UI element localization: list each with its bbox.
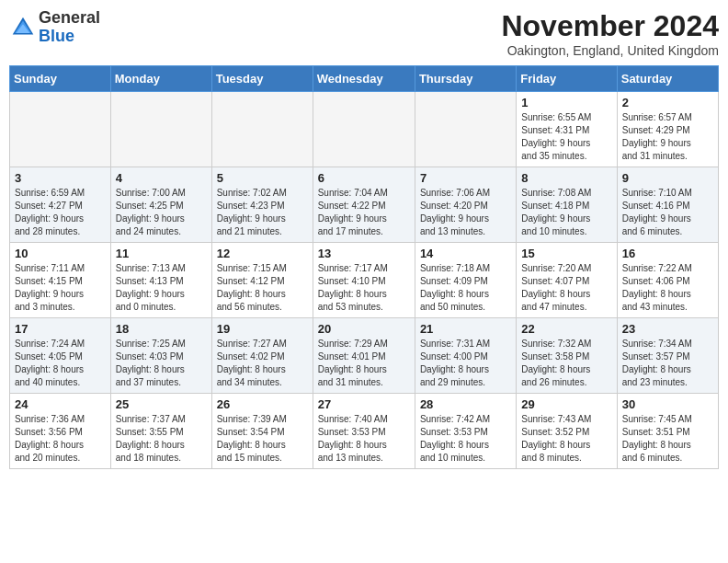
day-info: Sunrise: 7:43 AM Sunset: 3:52 PM Dayligh…: [521, 413, 611, 465]
calendar-week-row: 1Sunrise: 6:55 AM Sunset: 4:31 PM Daylig…: [10, 92, 719, 167]
day-info: Sunrise: 6:57 AM Sunset: 4:29 PM Dayligh…: [622, 111, 713, 163]
day-number: 4: [116, 171, 207, 185]
day-info: Sunrise: 7:32 AM Sunset: 3:58 PM Dayligh…: [521, 338, 611, 389]
calendar: SundayMondayTuesdayWednesdayThursdayFrid…: [9, 65, 719, 469]
day-number: 14: [420, 247, 511, 260]
calendar-cell: [211, 92, 313, 167]
day-number: 6: [318, 171, 410, 185]
calendar-cell: 16Sunrise: 7:22 AM Sunset: 4:06 PM Dayli…: [617, 243, 718, 318]
day-number: 16: [622, 247, 713, 260]
day-number: 29: [521, 397, 611, 411]
day-info: Sunrise: 7:02 AM Sunset: 4:23 PM Dayligh…: [217, 187, 308, 238]
calendar-cell: 29Sunrise: 7:43 AM Sunset: 3:52 PM Dayli…: [517, 394, 617, 469]
day-info: Sunrise: 7:11 AM Sunset: 4:15 PM Dayligh…: [15, 262, 106, 314]
day-number: 11: [116, 247, 207, 260]
day-info: Sunrise: 7:31 AM Sunset: 4:00 PM Dayligh…: [420, 338, 511, 389]
day-number: 5: [217, 171, 308, 185]
day-number: 1: [521, 96, 611, 109]
calendar-header-monday: Monday: [110, 66, 211, 92]
calendar-cell: 1Sunrise: 6:55 AM Sunset: 4:31 PM Daylig…: [517, 92, 617, 167]
day-info: Sunrise: 7:08 AM Sunset: 4:18 PM Dayligh…: [521, 187, 611, 238]
day-info: Sunrise: 7:34 AM Sunset: 3:57 PM Dayligh…: [622, 338, 713, 389]
calendar-cell: [10, 92, 111, 167]
calendar-cell: [313, 92, 415, 167]
day-info: Sunrise: 6:59 AM Sunset: 4:27 PM Dayligh…: [15, 187, 106, 238]
day-info: Sunrise: 7:06 AM Sunset: 4:20 PM Dayligh…: [420, 187, 511, 238]
logo-text: General Blue: [39, 9, 100, 46]
day-info: Sunrise: 7:13 AM Sunset: 4:13 PM Dayligh…: [116, 262, 207, 314]
day-number: 9: [622, 171, 713, 185]
day-number: 30: [622, 397, 713, 411]
calendar-cell: 12Sunrise: 7:15 AM Sunset: 4:12 PM Dayli…: [211, 243, 313, 318]
calendar-cell: 24Sunrise: 7:36 AM Sunset: 3:56 PM Dayli…: [10, 394, 111, 469]
day-info: Sunrise: 7:42 AM Sunset: 3:53 PM Dayligh…: [420, 413, 511, 465]
day-info: Sunrise: 6:55 AM Sunset: 4:31 PM Dayligh…: [521, 111, 611, 163]
day-info: Sunrise: 7:25 AM Sunset: 4:03 PM Dayligh…: [116, 338, 207, 389]
calendar-cell: 23Sunrise: 7:34 AM Sunset: 3:57 PM Dayli…: [617, 318, 718, 394]
calendar-cell: 10Sunrise: 7:11 AM Sunset: 4:15 PM Dayli…: [10, 243, 111, 318]
location: Oakington, England, United Kingdom: [501, 43, 719, 58]
day-info: Sunrise: 7:27 AM Sunset: 4:02 PM Dayligh…: [217, 338, 308, 389]
day-number: 13: [318, 247, 410, 260]
calendar-cell: 22Sunrise: 7:32 AM Sunset: 3:58 PM Dayli…: [517, 318, 617, 394]
calendar-cell: 27Sunrise: 7:40 AM Sunset: 3:53 PM Dayli…: [313, 394, 415, 469]
day-number: 15: [521, 247, 611, 260]
day-info: Sunrise: 7:04 AM Sunset: 4:22 PM Dayligh…: [318, 187, 410, 238]
calendar-cell: [415, 92, 516, 167]
day-number: 27: [318, 397, 410, 411]
day-info: Sunrise: 7:00 AM Sunset: 4:25 PM Dayligh…: [116, 187, 207, 238]
calendar-cell: 25Sunrise: 7:37 AM Sunset: 3:55 PM Dayli…: [110, 394, 211, 469]
day-number: 24: [15, 397, 106, 411]
calendar-cell: 28Sunrise: 7:42 AM Sunset: 3:53 PM Dayli…: [415, 394, 516, 469]
calendar-cell: 4Sunrise: 7:00 AM Sunset: 4:25 PM Daylig…: [110, 167, 211, 243]
logo-icon: [9, 14, 37, 41]
calendar-week-row: 24Sunrise: 7:36 AM Sunset: 3:56 PM Dayli…: [10, 394, 719, 469]
logo: General Blue: [9, 9, 100, 46]
calendar-cell: 17Sunrise: 7:24 AM Sunset: 4:05 PM Dayli…: [10, 318, 111, 394]
day-info: Sunrise: 7:18 AM Sunset: 4:09 PM Dayligh…: [420, 262, 511, 314]
calendar-cell: 5Sunrise: 7:02 AM Sunset: 4:23 PM Daylig…: [211, 167, 313, 243]
calendar-week-row: 17Sunrise: 7:24 AM Sunset: 4:05 PM Dayli…: [10, 318, 719, 394]
calendar-cell: 13Sunrise: 7:17 AM Sunset: 4:10 PM Dayli…: [313, 243, 415, 318]
calendar-cell: [110, 92, 211, 167]
day-info: Sunrise: 7:36 AM Sunset: 3:56 PM Dayligh…: [15, 413, 106, 465]
day-number: 20: [318, 322, 410, 336]
day-info: Sunrise: 7:24 AM Sunset: 4:05 PM Dayligh…: [15, 338, 106, 389]
month-title: November 2024: [501, 9, 719, 43]
day-number: 28: [420, 397, 511, 411]
day-number: 2: [622, 96, 713, 109]
day-number: 23: [622, 322, 713, 336]
day-info: Sunrise: 7:15 AM Sunset: 4:12 PM Dayligh…: [217, 262, 308, 314]
day-number: 22: [521, 322, 611, 336]
calendar-week-row: 10Sunrise: 7:11 AM Sunset: 4:15 PM Dayli…: [10, 243, 719, 318]
calendar-cell: 19Sunrise: 7:27 AM Sunset: 4:02 PM Dayli…: [211, 318, 313, 394]
day-number: 10: [15, 247, 106, 260]
day-number: 3: [15, 171, 106, 185]
calendar-cell: 3Sunrise: 6:59 AM Sunset: 4:27 PM Daylig…: [10, 167, 111, 243]
day-info: Sunrise: 7:22 AM Sunset: 4:06 PM Dayligh…: [622, 262, 713, 314]
day-number: 21: [420, 322, 511, 336]
calendar-cell: 7Sunrise: 7:06 AM Sunset: 4:20 PM Daylig…: [415, 167, 516, 243]
day-info: Sunrise: 7:37 AM Sunset: 3:55 PM Dayligh…: [116, 413, 207, 465]
calendar-cell: 11Sunrise: 7:13 AM Sunset: 4:13 PM Dayli…: [110, 243, 211, 318]
calendar-cell: 9Sunrise: 7:10 AM Sunset: 4:16 PM Daylig…: [617, 167, 718, 243]
calendar-cell: 2Sunrise: 6:57 AM Sunset: 4:29 PM Daylig…: [617, 92, 718, 167]
day-info: Sunrise: 7:20 AM Sunset: 4:07 PM Dayligh…: [521, 262, 611, 314]
calendar-week-row: 3Sunrise: 6:59 AM Sunset: 4:27 PM Daylig…: [10, 167, 719, 243]
day-number: 26: [217, 397, 308, 411]
day-info: Sunrise: 7:40 AM Sunset: 3:53 PM Dayligh…: [318, 413, 410, 465]
calendar-cell: 30Sunrise: 7:45 AM Sunset: 3:51 PM Dayli…: [617, 394, 718, 469]
day-number: 12: [217, 247, 308, 260]
calendar-cell: 20Sunrise: 7:29 AM Sunset: 4:01 PM Dayli…: [313, 318, 415, 394]
calendar-header-friday: Friday: [517, 66, 617, 92]
day-info: Sunrise: 7:39 AM Sunset: 3:54 PM Dayligh…: [217, 413, 308, 465]
day-number: 7: [420, 171, 511, 185]
day-info: Sunrise: 7:45 AM Sunset: 3:51 PM Dayligh…: [622, 413, 713, 465]
calendar-header-sunday: Sunday: [10, 66, 111, 92]
day-info: Sunrise: 7:17 AM Sunset: 4:10 PM Dayligh…: [318, 262, 410, 314]
calendar-header-wednesday: Wednesday: [313, 66, 415, 92]
calendar-cell: 21Sunrise: 7:31 AM Sunset: 4:00 PM Dayli…: [415, 318, 516, 394]
calendar-cell: 18Sunrise: 7:25 AM Sunset: 4:03 PM Dayli…: [110, 318, 211, 394]
day-number: 19: [217, 322, 308, 336]
calendar-header-tuesday: Tuesday: [211, 66, 313, 92]
